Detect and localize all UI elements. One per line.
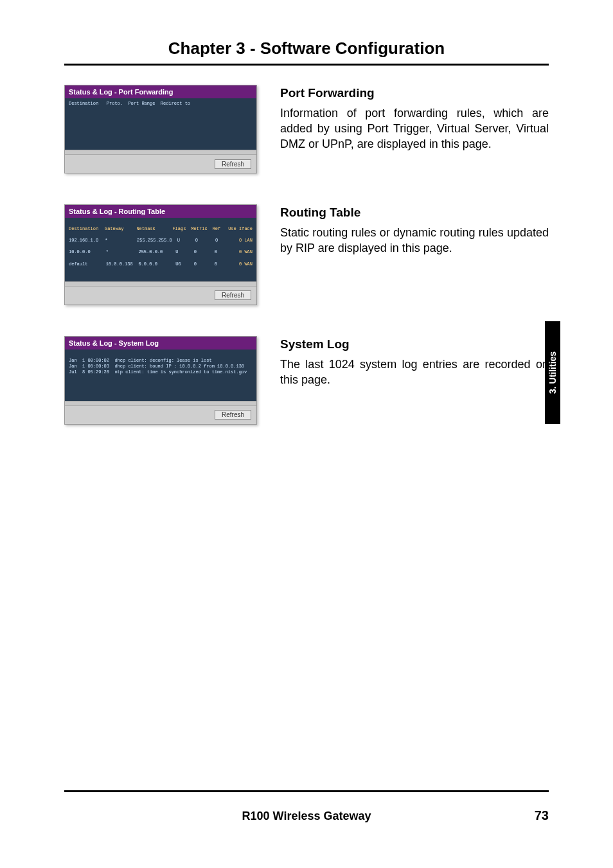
section-text: Static routing rules or dynamic routing … bbox=[280, 225, 549, 256]
scrollbar-track bbox=[65, 150, 256, 154]
section-system-log: Status & Log - System Log Jan 1 00:00:02… bbox=[64, 336, 549, 425]
panel-title: Status & Log - System Log bbox=[65, 337, 256, 350]
refresh-button[interactable]: Refresh bbox=[215, 290, 251, 300]
section-text: The last 1024 system log entries are rec… bbox=[280, 357, 549, 388]
page-number: 73 bbox=[535, 808, 549, 823]
panel-title: Status & Log - Port Forwarding bbox=[65, 85, 256, 98]
section-routing-table: Status & Log - Routing Table Destination… bbox=[64, 204, 549, 305]
panel-body: Destination Proto. Port Range Redirect t… bbox=[65, 98, 256, 150]
section-text: Information of port forwarding rules, wh… bbox=[280, 105, 549, 152]
panel-title: Status & Log - Routing Table bbox=[65, 205, 256, 218]
footer-title: R100 Wireless Gateway bbox=[64, 810, 549, 823]
section-heading: System Log bbox=[280, 336, 549, 353]
screenshot-routing-table: Status & Log - Routing Table Destination… bbox=[64, 204, 257, 305]
side-tab-utilities: 3. Utilities bbox=[545, 321, 560, 424]
section-heading: Routing Table bbox=[280, 204, 549, 221]
panel-body: Jan 1 00:00:02 dhcp client: deconfig: le… bbox=[65, 350, 256, 401]
refresh-button[interactable]: Refresh bbox=[215, 159, 251, 169]
screenshot-port-forwarding: Status & Log - Port Forwarding Destinati… bbox=[64, 85, 257, 173]
refresh-button[interactable]: Refresh bbox=[215, 410, 251, 420]
top-rule bbox=[64, 64, 549, 66]
section-heading: Port Forwarding bbox=[280, 85, 549, 102]
bottom-rule bbox=[64, 790, 549, 792]
scrollbar-track bbox=[65, 281, 256, 286]
chapter-title: Chapter 3 - Software Configuration bbox=[64, 39, 549, 58]
scrollbar-track bbox=[65, 401, 256, 405]
panel-body: DestinationGatewayNetmaskFlagsMetricRefU… bbox=[65, 218, 256, 281]
screenshot-system-log: Status & Log - System Log Jan 1 00:00:02… bbox=[64, 336, 257, 425]
section-port-forwarding: Status & Log - Port Forwarding Destinati… bbox=[64, 85, 549, 173]
